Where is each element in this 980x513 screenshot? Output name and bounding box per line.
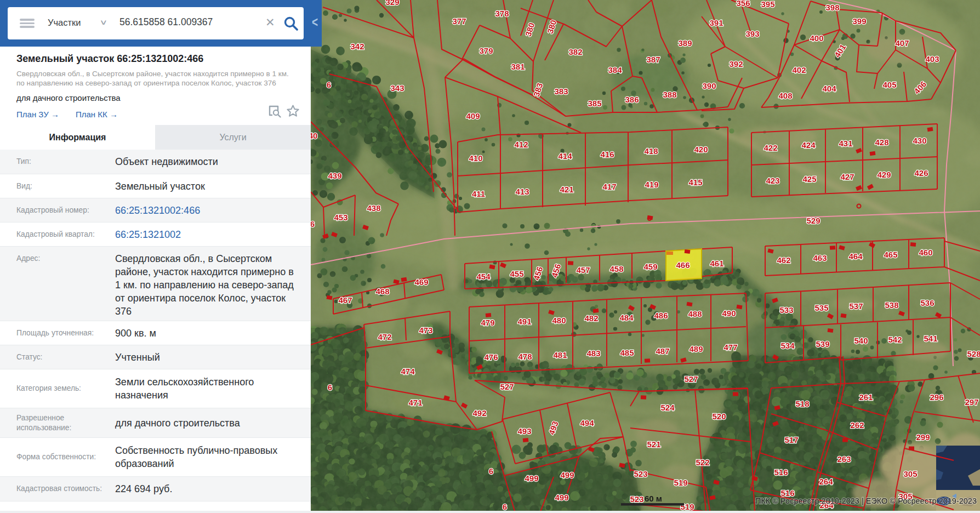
svg-text:403: 403 [925,54,939,64]
svg-text:384: 384 [608,65,622,75]
svg-text:542: 542 [888,335,902,344]
svg-text:537: 537 [849,301,863,311]
svg-text:427: 427 [840,172,854,181]
svg-text:391: 391 [709,18,723,27]
svg-text:261: 261 [859,392,873,402]
svg-text:342: 342 [350,42,364,51]
svg-text:489: 489 [689,344,703,354]
svg-text:6: 6 [503,502,507,511]
svg-text:ПКК © Росреестр 2010-2023 | ЕЭ: ПКК © Росреестр 2010-2023 | ЕЭКО © Росре… [755,497,977,505]
svg-text:463: 463 [813,253,827,263]
svg-text:499: 499 [555,493,568,502]
svg-text:387: 387 [646,55,660,64]
svg-text:481: 481 [553,350,567,360]
svg-text:386: 386 [625,95,639,104]
svg-text:415: 415 [688,178,702,187]
svg-text:538: 538 [885,300,898,310]
svg-text:518: 518 [795,399,809,408]
svg-text:455: 455 [510,269,523,278]
svg-text:499: 499 [560,470,574,480]
svg-text:343: 343 [390,83,404,93]
svg-text:469: 469 [414,277,428,287]
svg-text:385: 385 [588,99,601,108]
svg-text:263: 263 [837,454,851,464]
svg-text:262: 262 [850,420,864,430]
svg-text:426: 426 [914,168,928,178]
svg-text:418: 418 [644,146,658,156]
svg-text:411: 411 [472,189,485,198]
svg-text:491: 491 [517,317,531,326]
svg-text:494: 494 [580,418,594,428]
svg-text:535: 535 [814,303,828,312]
svg-text:486: 486 [654,311,668,320]
svg-text:521: 521 [647,440,660,449]
svg-text:459: 459 [643,262,657,271]
svg-text:460: 460 [919,248,932,257]
svg-text:492: 492 [472,408,486,418]
svg-text:405: 405 [882,80,896,89]
svg-text:430: 430 [913,136,926,145]
svg-text:479: 479 [481,318,494,327]
svg-text:296: 296 [930,392,943,402]
svg-text:540: 540 [854,336,868,345]
svg-text:422: 422 [764,143,777,152]
svg-text:404: 404 [822,84,836,93]
svg-text:480: 480 [552,316,566,325]
svg-text:483: 483 [586,349,600,358]
svg-text:439: 439 [328,171,341,180]
svg-text:6: 6 [311,219,315,229]
svg-text:473: 473 [419,326,432,335]
svg-text:533: 533 [779,305,793,315]
svg-text:453: 453 [334,213,347,222]
svg-text:534: 534 [780,341,795,350]
svg-text:428: 428 [875,138,888,147]
svg-text:379: 379 [479,46,493,55]
svg-text:383: 383 [554,87,568,96]
svg-text:464: 464 [848,252,863,261]
svg-text:389: 389 [678,38,692,48]
svg-text:478: 478 [518,352,532,361]
svg-text:472: 472 [378,332,391,341]
svg-text:378: 378 [495,9,509,18]
svg-text:524: 524 [660,403,675,412]
svg-text:462: 462 [777,255,790,265]
svg-text:388: 388 [663,90,676,99]
svg-text:438: 438 [367,203,380,213]
svg-text:484: 484 [619,313,634,322]
svg-text:477: 477 [723,343,737,352]
svg-text:408: 408 [778,91,792,100]
svg-text:410: 410 [469,153,482,163]
svg-text:382: 382 [568,47,582,56]
svg-text:516: 516 [774,468,788,477]
svg-text:417: 417 [602,182,616,191]
svg-text:528: 528 [967,349,980,358]
svg-text:457: 457 [576,265,590,275]
svg-text:485: 485 [620,348,634,357]
svg-text:419: 419 [645,180,658,189]
svg-text:476: 476 [484,352,498,362]
svg-text:461: 461 [710,259,723,268]
svg-text:482: 482 [584,314,598,323]
svg-text:431: 431 [839,139,852,148]
svg-text:299: 299 [916,432,930,442]
svg-text:305: 305 [903,469,917,478]
svg-text:474: 474 [401,367,415,376]
svg-text:381: 381 [511,62,525,71]
svg-text:412: 412 [514,140,528,149]
svg-text:400: 400 [810,33,823,43]
svg-text:529: 529 [806,216,820,225]
svg-text:393: 393 [745,29,759,38]
svg-text:523: 523 [634,469,647,478]
svg-text:60 м: 60 м [645,494,662,503]
svg-text:402: 402 [792,65,806,75]
svg-text:519: 519 [674,478,687,487]
svg-text:413: 413 [515,187,529,196]
svg-text:488: 488 [688,309,702,318]
svg-text:454: 454 [476,272,491,281]
svg-text:493: 493 [517,426,531,436]
svg-text:414: 414 [558,151,572,161]
svg-text:423: 423 [766,176,779,185]
svg-text:390: 390 [702,81,716,90]
svg-text:416: 416 [600,150,614,159]
svg-text:536: 536 [920,298,934,307]
